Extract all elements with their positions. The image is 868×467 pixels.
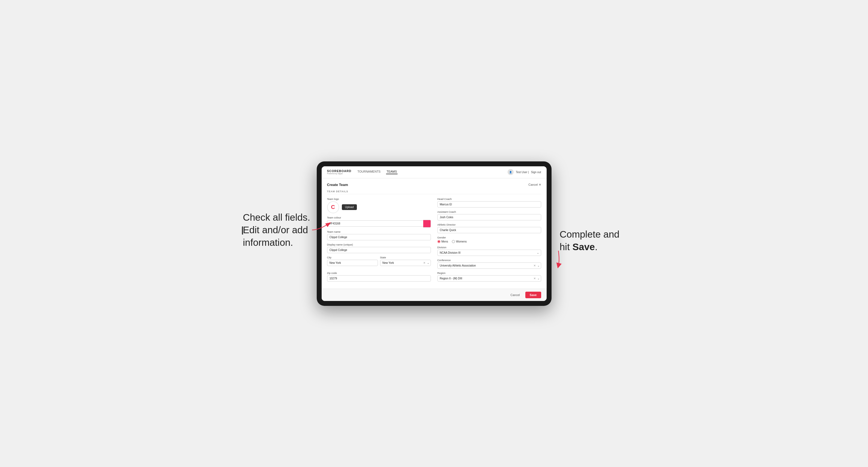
team-colour-label: Team colour — [327, 216, 431, 219]
conference-select-wrapper: University Athletic Association Other ✕ … — [437, 262, 541, 269]
assistant-coach-group: Assistant Coach — [437, 210, 541, 220]
division-select-wrapper: NCAA Division III NCAA Division II NCAA … — [437, 250, 541, 256]
nav-tournaments[interactable]: TOURNAMENTS — [357, 170, 381, 174]
annotation-left: Check all fields. Edit and/or add inform… — [243, 211, 314, 249]
athletic-director-group: Athletic Director — [437, 223, 541, 233]
user-avatar: 👤 — [507, 169, 514, 175]
annotation-right: Complete and hit Save. — [560, 228, 625, 253]
zip-label: Zip code — [327, 272, 431, 275]
display-name-group: Display name (unique) — [327, 243, 431, 253]
color-swatch[interactable] — [423, 220, 431, 227]
nav-right: 👤 Test User | Sign out — [507, 169, 541, 175]
team-colour-group: Team colour — [327, 216, 431, 227]
head-coach-input[interactable] — [437, 201, 541, 208]
gender-label: Gender — [437, 236, 541, 239]
city-state-row: City State New York California Texas — [327, 256, 431, 269]
logo-area: C Upload — [327, 201, 431, 213]
conference-select[interactable]: University Athletic Association Other — [437, 262, 541, 269]
cancel-top-button[interactable]: Cancel ✕ — [528, 183, 541, 187]
upload-button[interactable]: Upload — [342, 204, 357, 210]
state-label: State — [380, 256, 431, 259]
display-name-label: Display name (unique) — [327, 243, 431, 246]
team-logo-label: Team logo — [327, 197, 431, 200]
section-label: TEAM DETAILS — [327, 190, 541, 194]
assistant-coach-input[interactable] — [437, 214, 541, 220]
nav-links: TOURNAMENTS TEAMS — [357, 170, 502, 174]
tablet-screen: SCOREBOARD Powered by clippd TOURNAMENTS… — [322, 166, 547, 301]
team-name-group: Team name — [327, 230, 431, 240]
form-title: Create Team — [327, 183, 348, 187]
form-columns: Team logo C Upload Team colour — [327, 197, 541, 284]
form-header: Create Team Cancel ✕ — [327, 183, 541, 187]
division-select[interactable]: NCAA Division III NCAA Division II NCAA … — [437, 250, 541, 256]
gender-mens-input[interactable] — [437, 240, 440, 243]
region-clear-button[interactable]: ✕ — [533, 277, 536, 280]
head-coach-label: Head Coach — [437, 197, 541, 200]
footer-cancel-button[interactable]: Cancel — [507, 292, 523, 298]
head-coach-group: Head Coach — [437, 197, 541, 208]
nav-user-text: Test User | — [516, 171, 529, 174]
conference-group: Conference University Athletic Associati… — [437, 259, 541, 269]
form-col-left: Team logo C Upload Team colour — [327, 197, 431, 284]
state-field-group: State New York California Texas ✕ ⌄ — [380, 256, 431, 266]
save-button[interactable]: Save — [525, 292, 541, 298]
gender-group: Gender Mens Womens — [437, 236, 541, 243]
page-wrapper: Check all fields. Edit and/or add inform… — [243, 161, 625, 306]
logo-circle: C — [327, 201, 339, 213]
form-container: Create Team Cancel ✕ TEAM DETAILS Team l… — [322, 178, 547, 289]
athletic-director-label: Athletic Director — [437, 223, 541, 226]
zip-input[interactable] — [327, 275, 431, 282]
tablet-side-button — [242, 226, 243, 235]
color-field-wrapper — [327, 220, 431, 227]
nav-teams[interactable]: TEAMS — [386, 170, 398, 174]
team-name-input[interactable] — [327, 234, 431, 240]
city-input[interactable] — [327, 260, 378, 266]
division-label: Division — [437, 246, 541, 249]
tablet-device: SCOREBOARD Powered by clippd TOURNAMENTS… — [317, 161, 552, 306]
region-select-wrapper: Region II - (M) DIII Region I Region III… — [437, 275, 541, 282]
assistant-coach-label: Assistant Coach — [437, 210, 541, 213]
state-select-wrapper: New York California Texas ✕ ⌄ — [380, 260, 431, 266]
city-field-group: City — [327, 256, 378, 266]
conference-label: Conference — [437, 259, 541, 261]
navbar: SCOREBOARD Powered by clippd TOURNAMENTS… — [322, 166, 547, 178]
gender-womens-radio[interactable]: Womens — [452, 240, 467, 243]
team-colour-input[interactable] — [327, 220, 423, 227]
city-label: City — [327, 256, 378, 259]
arrow-left-icon — [311, 220, 335, 231]
conference-clear-button[interactable]: ✕ — [533, 264, 536, 267]
region-label: Region — [437, 272, 541, 275]
gender-womens-input[interactable] — [452, 240, 455, 243]
athletic-director-input[interactable] — [437, 227, 541, 233]
logo-text: SCOREBOARD — [327, 169, 351, 173]
nav-logo: SCOREBOARD Powered by clippd — [327, 169, 351, 175]
team-logo-group: Team logo C Upload — [327, 197, 431, 213]
display-name-input[interactable] — [327, 247, 431, 253]
gender-mens-radio[interactable]: Mens — [437, 240, 448, 243]
zip-code-group: Zip code — [327, 272, 431, 282]
state-clear-button[interactable]: ✕ — [423, 261, 425, 264]
team-name-label: Team name — [327, 230, 431, 233]
division-group: Division NCAA Division III NCAA Division… — [437, 246, 541, 256]
nav-signout[interactable]: Sign out — [531, 171, 541, 174]
form-footer: Cancel Save — [322, 289, 547, 301]
gender-radio-group: Mens Womens — [437, 240, 541, 243]
logo-sub: Powered by clippd — [327, 173, 351, 175]
form-col-right: Head Coach Assistant Coach Athletic Dire… — [437, 197, 541, 284]
region-group: Region Region II - (M) DIII Region I Reg… — [437, 272, 541, 282]
region-select[interactable]: Region II - (M) DIII Region I Region III — [437, 275, 541, 282]
